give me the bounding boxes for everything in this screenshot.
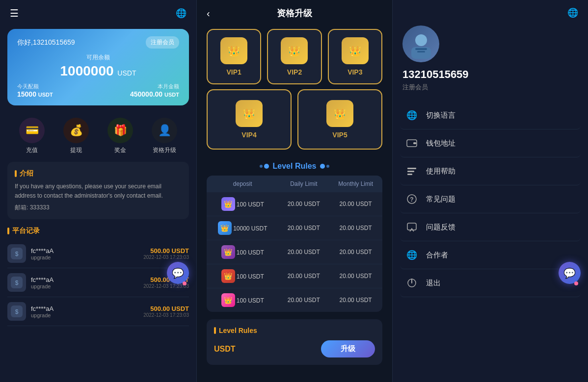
bottom-rules: Level Rules USDT 升级 (207, 319, 382, 365)
menu-item-logout[interactable]: 退出 (400, 269, 581, 297)
vip2-icon: 👑 (281, 37, 308, 64)
level-rules-title: Level Rules (273, 162, 317, 171)
language-icon: 🌐 (405, 108, 419, 122)
menu-item-help[interactable]: 使用帮助 (400, 157, 581, 185)
menu-item-wallet[interactable]: 钱包地址 (400, 129, 581, 157)
vip1-card[interactable]: 👑 VIP1 (207, 29, 261, 84)
dot-left (260, 164, 269, 169)
monthly-5: 20.00 USDT (329, 288, 382, 312)
intro-text: If you have any questions, please use yo… (15, 182, 182, 201)
menu-icon[interactable]: ☰ (10, 7, 19, 19)
record-time-2: 2022-12-03 17:23:03 (143, 283, 189, 289)
svg-rect-11 (413, 142, 416, 144)
vip4-card[interactable]: 👑 VIP4 (207, 89, 292, 150)
svg-text:$: $ (15, 251, 19, 257)
balance-label: 可用余额 (17, 53, 179, 62)
table-row: 👑 100 USDT 20.00 USDT 20.00 USDT (207, 264, 382, 288)
action-recharge[interactable]: 💳 充值 (19, 118, 45, 154)
left-header: ☰ 🌐 (0, 0, 196, 26)
help-label: 使用帮助 (426, 167, 576, 176)
center-title: 资格升级 (207, 7, 382, 19)
menu-item-faq[interactable]: ? 常见问题 (400, 185, 581, 213)
record-item: $ fc****aA upgrade 500.00 USDT 2022-12-0… (7, 268, 189, 297)
action-icons: 💳 充值 💰 提现 🎁 奖金 👤 资格升级 (0, 113, 196, 162)
daily-3: 20.00 USDT (278, 240, 329, 264)
feedback-icon (405, 220, 419, 234)
vip2-card[interactable]: 👑 VIP2 (267, 29, 321, 84)
profile-section: 13210515659 注册会员 (393, 25, 588, 102)
vip5-card[interactable]: 👑 VIP5 (297, 89, 382, 150)
record-item: $ fc****aA upgrade 500.00 USDT 2022-12-0… (7, 239, 189, 268)
bonus-icon: 🎁 (107, 118, 133, 143)
bottom-rules-title: Level Rules (214, 327, 375, 334)
balance-amount: 1000000 USDT (17, 63, 179, 79)
action-upgrade[interactable]: 👤 资格升级 (152, 118, 177, 154)
right-header: 🌐 (393, 0, 588, 25)
svg-rect-14 (407, 174, 412, 175)
logout-icon (405, 276, 419, 290)
right-panel: 🌐 13210515659 注册会员 🌐 切换语言 钱包地 (393, 0, 588, 382)
monthly-2: 20.00 USDT (329, 216, 382, 240)
svg-text:$: $ (15, 308, 19, 315)
vip3-icon: 👑 (342, 37, 369, 64)
partner-icon: 🌐 (405, 248, 419, 262)
action-bonus[interactable]: 🎁 奖金 (107, 118, 133, 154)
dot-right (320, 164, 329, 169)
record-name-2: fc****aA (31, 276, 138, 283)
profile-register-label: 注册会员 (402, 83, 428, 92)
globe-icon-right[interactable]: 🌐 (567, 7, 578, 18)
vip5-label: VIP5 (332, 131, 347, 139)
month-value: 450000.00 USDT (130, 90, 179, 98)
daily-2: 20.00 USDT (278, 216, 329, 240)
svg-rect-13 (407, 171, 414, 172)
globe-icon-left[interactable]: 🌐 (176, 8, 187, 19)
menu-item-feedback[interactable]: 问题反馈 (400, 213, 581, 241)
back-button[interactable]: ‹ (207, 8, 210, 19)
row-icon-5: 👑 (221, 293, 235, 307)
menu-item-partner[interactable]: 🌐 合作者 (400, 241, 581, 269)
col-daily: Daily Limit (278, 176, 329, 192)
register-button-left[interactable]: 注册会员 (146, 36, 179, 49)
svg-text:?: ? (410, 196, 413, 203)
svg-point-6 (415, 34, 427, 46)
vip3-label: VIP3 (347, 68, 362, 76)
rules-table-wrap: deposit Daily Limit Monthly Limit 👑 100 … (207, 176, 382, 312)
record-item: $ fc****aA upgrade 500.00 USDT 2022-12-0… (7, 297, 189, 326)
today-label: 今天配额 (17, 83, 53, 90)
row-icon-2: 👑 (218, 221, 232, 235)
language-label: 切换语言 (426, 111, 576, 120)
records-title: 平台记录 (7, 227, 189, 235)
avatar (402, 25, 439, 62)
vip5-icon: 👑 (326, 100, 353, 127)
profile-username: 13210515659 (402, 68, 469, 81)
bonus-label: 奖金 (114, 146, 126, 154)
vip3-card[interactable]: 👑 VIP3 (328, 29, 382, 84)
upgrade-button[interactable]: 升级 (321, 340, 375, 357)
daily-5: 20.00 USDT (278, 288, 329, 312)
upgrade-label: 资格升级 (153, 146, 176, 154)
vip4-icon: 👑 (236, 100, 263, 127)
monthly-3: 20.00 USDT (329, 240, 382, 264)
chat-bubble-right[interactable]: 💬 (559, 262, 581, 284)
action-withdraw[interactable]: 💰 提现 (63, 118, 89, 154)
svg-text:$: $ (15, 280, 19, 286)
vip-grid-bottom: 👑 VIP4 👑 VIP5 (197, 89, 392, 157)
monthly-1: 20.00 USDT (329, 192, 382, 216)
table-row: 👑 100 USDT 20.00 USDT 20.00 USDT (207, 192, 382, 216)
upgrade-icon: 👤 (152, 118, 177, 143)
vip1-label: VIP1 (226, 68, 241, 76)
record-amount-1: 500.00 USDT (143, 247, 189, 255)
vip4-label: VIP4 (241, 131, 256, 139)
chat-bubble-left[interactable]: 💬 (167, 262, 189, 284)
rules-table: deposit Daily Limit Monthly Limit 👑 100 … (207, 176, 382, 312)
row-icon-4: 👑 (221, 269, 235, 283)
record-time-1: 2022-12-03 17:23:03 (143, 255, 189, 260)
monthly-4: 20.00 USDT (329, 264, 382, 288)
col-monthly: Monthly Limit (329, 176, 382, 192)
menu-item-language[interactable]: 🌐 切换语言 (400, 102, 581, 129)
partner-label: 合作者 (426, 251, 576, 260)
usdt-label: USDT (214, 345, 236, 354)
record-type-1: upgrade (31, 255, 138, 260)
vip1-icon: 👑 (220, 37, 247, 64)
record-name-1: fc****aA (31, 247, 138, 255)
